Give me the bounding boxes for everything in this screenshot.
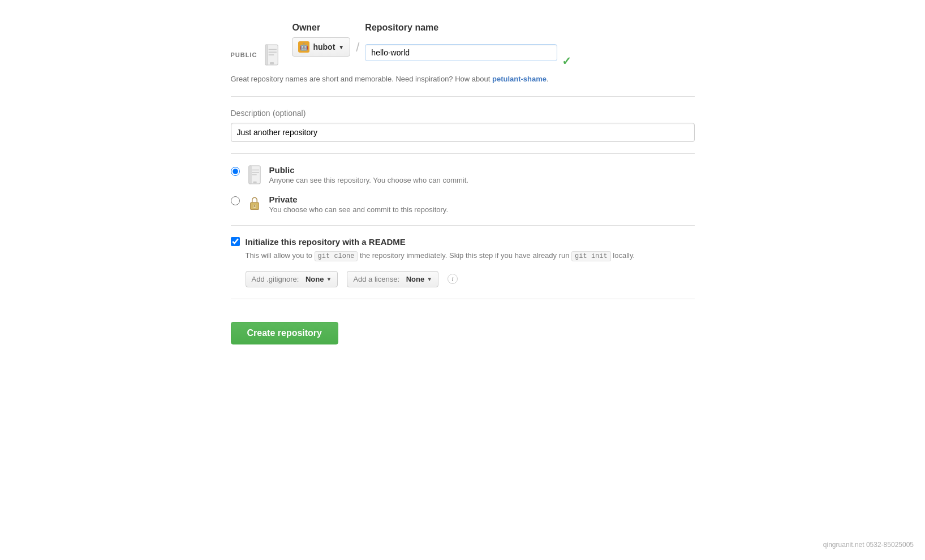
public-option: Public Anyone can see this repository. Y… [231,165,695,184]
owner-label: Owner [292,23,350,33]
svg-rect-7 [248,166,251,184]
license-value: None [406,275,425,283]
owner-avatar: 🤖 [298,41,309,53]
private-text: Private You choose who can see and commi… [269,195,449,214]
svg-rect-5 [270,62,274,64]
repo-name-hint: Great repository names are short and mem… [231,74,695,85]
public-badge: PUBLIC [231,51,257,58]
git-init-code: git init [571,251,611,261]
divider-1 [231,96,695,97]
public-radio[interactable] [231,167,240,176]
readme-checkbox[interactable] [231,237,240,246]
divider-2 [231,153,695,154]
repo-icon [263,44,281,66]
info-icon[interactable]: i [448,274,458,284]
gitignore-label: Add .gitignore: [252,275,299,283]
private-option: Private You choose who can see and commi… [231,195,695,214]
readme-description: This will allow you to git clone the rep… [246,250,695,262]
suggestion-link[interactable]: petulant-shame [492,75,547,83]
create-repository-button[interactable]: Create repository [231,322,339,344]
license-arrow: ▼ [427,276,432,282]
readme-label: Initialize this repository with a README [246,237,406,247]
visibility-section: Public Anyone can see this repository. Y… [231,165,695,214]
description-input[interactable] [231,123,695,142]
svg-rect-1 [265,45,268,65]
license-label: Add a license: [353,275,399,283]
private-radio[interactable] [231,196,240,205]
git-clone-code: git clone [315,251,358,261]
gitignore-value: None [306,275,324,283]
owner-name: hubot [313,42,335,51]
private-repo-icon [247,195,263,214]
divider-4 [231,299,695,299]
repo-name-input[interactable] [365,44,557,61]
description-label: Description (optional) [231,108,695,118]
divider-3 [231,225,695,226]
owner-dropdown-arrow: ▼ [338,44,344,50]
owner-repo-separator: / [350,38,365,68]
svg-point-14 [253,205,255,206]
extra-options-row: Add .gitignore: None ▼ Add a license: No… [246,271,695,287]
owner-dropdown[interactable]: 🤖 hubot ▼ [292,37,350,57]
readme-section: Initialize this repository with a README… [231,237,695,287]
license-dropdown[interactable]: Add a license: None ▼ [347,271,438,287]
public-text: Public Anyone can see this repository. Y… [269,165,468,184]
svg-rect-11 [253,181,256,183]
gitignore-dropdown[interactable]: Add .gitignore: None ▼ [246,271,338,287]
gitignore-arrow: ▼ [326,276,332,282]
public-repo-icon [247,165,263,184]
repo-name-valid-icon: ✓ [562,54,571,68]
reponame-label: Repository name [365,23,571,33]
